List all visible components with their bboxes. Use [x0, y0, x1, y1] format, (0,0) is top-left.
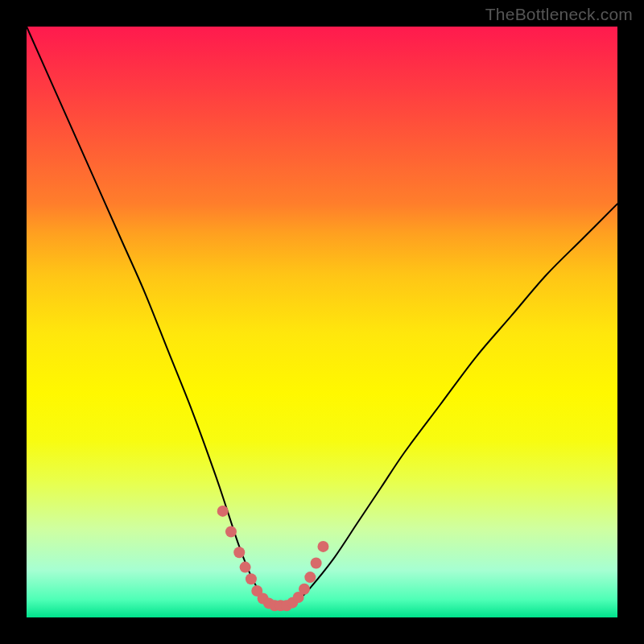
trough-dot — [225, 526, 237, 538]
chart-outer-frame: TheBottleneck.com — [0, 0, 644, 644]
watermark-text: TheBottleneck.com — [485, 5, 633, 24]
trough-dot — [240, 562, 251, 573]
trough-dot — [317, 541, 328, 552]
chart-svg — [27, 27, 617, 617]
trough-dot — [304, 572, 316, 583]
trough-dot — [217, 506, 229, 517]
bottleneck-curve — [27, 27, 617, 606]
trough-dot — [233, 547, 245, 558]
trough-dot — [311, 557, 322, 568]
chart-plot-area — [27, 27, 617, 617]
trough-dot — [299, 584, 310, 595]
trough-highlight — [217, 506, 329, 611]
trough-dot — [246, 573, 257, 584]
